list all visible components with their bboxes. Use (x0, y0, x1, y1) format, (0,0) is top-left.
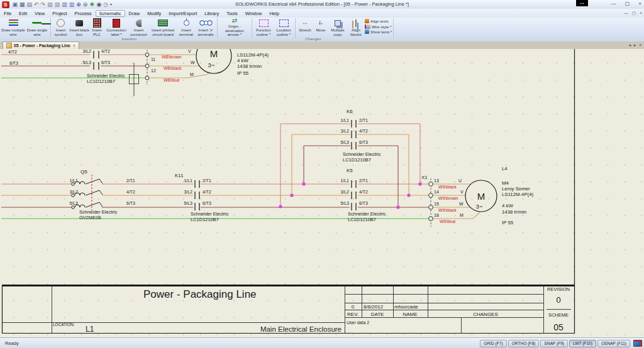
menu-import-export[interactable]: Import/Export (165, 10, 201, 17)
menu-draw[interactable]: Draw (125, 10, 144, 17)
move-button[interactable]: Move (313, 18, 328, 37)
restore-button[interactable]: ▢ (625, 1, 630, 6)
motor-terminal-letter: U (458, 178, 462, 183)
component-top-contactor[interactable]: 4/T2 6/T3 3/L2 4/T2 5/L3 6/T3 Schneider … (8, 49, 125, 84)
insert-symbol-button[interactable]: Insert symbol (52, 18, 69, 37)
wire-style-button[interactable]: Wire style * (365, 24, 392, 29)
menu-modify[interactable]: Modify (143, 10, 165, 17)
print-icon[interactable]: ▤ (27, 1, 33, 9)
component-tag: K5 (347, 168, 353, 173)
status-monitor-icon[interactable] (633, 340, 642, 347)
zoom-out-icon[interactable]: ⊖ (83, 1, 88, 9)
wire-label: W9\black (438, 208, 457, 212)
drawing-canvas[interactable]: 4/T2 6/T3 3/L2 4/T2 5/L3 6/T3 Schneider … (0, 49, 644, 337)
new-doc-icon[interactable]: ▥ (62, 1, 67, 9)
quick-access-toolbar: ▣ ▦ ▤ ↶ ↷ ▧ ▨ ▥ ▥ ⊕ ⊖ ❖ ◉ ◷ ▾ (11, 1, 113, 9)
redo-icon[interactable]: ↷ (41, 1, 46, 9)
open-doc-icon[interactable]: ▥ (69, 1, 75, 9)
menu-edit[interactable]: Edit (15, 10, 31, 17)
align-texts-button[interactable]: Align texts (365, 19, 392, 23)
window-icon[interactable]: ▣ (13, 1, 18, 9)
tab-scroll-left-icon[interactable]: ◂ (629, 43, 631, 48)
sheet-title: Power - Packaging Line (143, 288, 257, 300)
minimize-button[interactable]: — (611, 1, 616, 6)
insert-black-box-button[interactable]: Insert black box (69, 18, 89, 37)
copy-icon[interactable]: ▨ (55, 1, 60, 9)
component-m4[interactable]: U V W M M 3~ L4 M4 Leroy Somer LS112M-4P… (458, 166, 534, 226)
reference-label: LC1D1210B7 (348, 217, 376, 222)
find-icon[interactable]: ◉ (96, 1, 101, 9)
stretch-button[interactable]: ↔ Stretch (297, 18, 313, 37)
pan-icon[interactable]: ❖ (89, 1, 94, 9)
reference-label: GV2ME06 (79, 215, 101, 220)
qat-dropdown-icon[interactable]: ▾ (110, 1, 112, 9)
origin-destination-arrows-button[interactable]: ⇄ Origin - destination arrows * (219, 18, 250, 37)
close-button[interactable]: × (638, 1, 641, 6)
wire-label: W8\brown (162, 55, 182, 59)
tab-05-power-packaging-line[interactable]: 05 - Power - Packaging Line × (3, 41, 79, 49)
pin-label: 4/T2 (359, 129, 368, 133)
tab-scroll-right-icon[interactable]: ▸ (634, 43, 636, 48)
child-close-button[interactable]: × (640, 11, 642, 16)
terminal-number: 14 (434, 190, 439, 194)
location-outline-button[interactable]: Location outline * (274, 18, 294, 37)
connection-label-button[interactable]: Connection label * (104, 18, 128, 37)
insert-connector-button[interactable]: Insert connector (128, 18, 149, 37)
component-q5[interactable]: Q5 1/L1 2/T1 3/L2 4/T2 5/L3 6/T3 Schneid… (69, 169, 135, 220)
menu-tools[interactable]: Tools (223, 10, 242, 17)
tab-close-icon[interactable]: × (73, 43, 75, 48)
draw-multiple-wire-button[interactable]: Draw multiple wire (1, 18, 25, 37)
show-texts-button[interactable]: Show texts * (365, 30, 392, 34)
grid-toggle[interactable]: GRID (F7) (480, 340, 506, 347)
menu-help[interactable]: Help (265, 10, 282, 17)
save-icon[interactable]: ▦ (19, 1, 25, 9)
component-motor-top[interactable]: V W M M 3~ LS112M-4P(4) 4 kW 1438 tr/min… (188, 49, 269, 77)
history-icon[interactable]: ◷ (103, 1, 108, 9)
pin-label: 4/T2 (101, 49, 110, 53)
menu-schematic[interactable]: Schematic (96, 10, 125, 17)
motor-spec: 1438 tr/min (237, 63, 262, 69)
pin-label: 5/L3 (82, 60, 91, 65)
motor-spec: 1438 tr/min (502, 209, 526, 215)
multiple-copy-button[interactable]: Multiple copy (328, 18, 347, 37)
insert-terminal-button[interactable]: Insert terminal (177, 18, 196, 37)
component-k6[interactable]: K6 1/L1 2/T1 3/L2 4/T2 5/L3 6/T3 Schneid… (340, 109, 380, 163)
title-block: Power - Packaging Line Main Electrical E… (2, 49, 575, 334)
insert-pcb-button[interactable]: Insert printed circuit board (149, 18, 177, 37)
insert-plc-button[interactable]: Insert PLC (89, 18, 104, 37)
pin-label: 5/L3 (184, 201, 192, 205)
menu-bar: File Edit View Project Process Schematic… (0, 9, 644, 18)
manufacturer-label: Schneider Electric (348, 211, 386, 217)
ortho-toggle[interactable]: ORTHO (F8) (508, 340, 540, 347)
lwt-toggle[interactable]: LWT (F10) (569, 340, 596, 347)
reference-label: LC1D1210B7 (191, 217, 219, 222)
status-message: Ready (5, 340, 19, 346)
menu-window[interactable]: Window (242, 10, 266, 17)
paste-icon[interactable]: ▧ (47, 1, 53, 9)
tab-list-close-icon[interactable]: × (639, 43, 641, 48)
pin-label: 5/L3 (340, 201, 349, 205)
schematic-drawing[interactable]: 4/T2 6/T3 3/L2 4/T2 5/L3 6/T3 Schneider … (0, 49, 644, 337)
function-outline-icon (258, 18, 269, 28)
wire-label: W9\brown (438, 196, 458, 200)
menu-project[interactable]: Project (48, 10, 70, 17)
menu-process[interactable]: Process (71, 10, 96, 17)
function-outline-button[interactable]: Function outline * (253, 18, 274, 37)
osnap-toggle[interactable]: OSNAP (F11) (597, 340, 630, 347)
align-blocks-button[interactable]: Align blocks (347, 18, 365, 37)
pin-label: 1/L1 (340, 178, 349, 183)
menu-file[interactable]: File (0, 10, 15, 17)
menu-library[interactable]: Library (201, 10, 223, 17)
pin-label: 6/T3 (359, 201, 368, 205)
child-restore-button[interactable]: ▢ (632, 11, 636, 16)
app-logo-icon[interactable]: S (2, 1, 9, 8)
undo-icon[interactable]: ↶ (34, 1, 39, 9)
component-k11[interactable]: K11 1/L1 2/T1 3/L2 4/T2 5/L3 6/T3 Schnei… (175, 173, 229, 222)
child-minimize-button[interactable]: — (625, 11, 629, 16)
menu-view[interactable]: View (31, 10, 48, 17)
terminal-number: 15 (434, 202, 439, 206)
insert-n-terminals-button[interactable]: Insert 'n' terminals (196, 18, 216, 37)
snap-toggle[interactable]: SNAP (F9) (540, 340, 568, 347)
draw-single-wire-button[interactable]: Draw single wire (25, 18, 49, 37)
zoom-in-icon[interactable]: ⊕ (76, 1, 81, 9)
